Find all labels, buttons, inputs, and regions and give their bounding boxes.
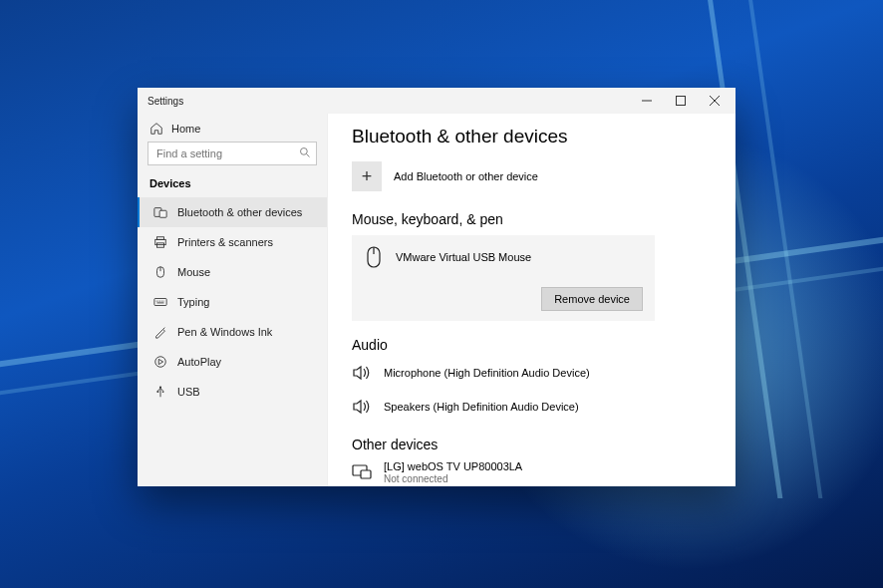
sidebar-item-typing[interactable]: Typing: [138, 287, 327, 317]
window-title: Settings: [147, 96, 630, 107]
sidebar-item-label: AutoPlay: [177, 356, 221, 368]
svg-rect-0: [677, 97, 686, 106]
svg-rect-8: [154, 299, 166, 306]
device-name: Microphone (High Definition Audio Device…: [384, 367, 590, 379]
window-close-button[interactable]: [698, 88, 732, 114]
mouse-icon: [364, 245, 384, 269]
svg-point-9: [155, 357, 166, 368]
page-title: Bluetooth & other devices: [352, 126, 708, 147]
speaker-icon: [352, 361, 372, 385]
svg-rect-11: [157, 391, 159, 393]
svg-rect-3: [159, 210, 166, 217]
window-minimize-button[interactable]: [630, 88, 664, 114]
printer-icon: [153, 235, 167, 249]
window-titlebar[interactable]: Settings: [138, 88, 736, 114]
search-container: [138, 142, 327, 173]
settings-window: Settings Home: [138, 88, 736, 486]
sidebar-item-mouse[interactable]: Mouse: [138, 257, 327, 287]
sidebar-item-printers[interactable]: Printers & scanners: [138, 227, 327, 257]
pen-icon: [153, 325, 167, 339]
mouse-icon: [153, 265, 167, 279]
svg-rect-15: [361, 470, 371, 478]
keyboard-icon: [153, 295, 167, 309]
device-status: Not connected: [384, 473, 522, 484]
navigation-sidebar: Home Devices Bluetooth & other devices: [138, 114, 328, 486]
sidebar-nav: Bluetooth & other devices Printers & sca…: [138, 197, 327, 407]
sidebar-item-pen[interactable]: Pen & Windows Ink: [138, 317, 327, 347]
device-name: VMware Virtual USB Mouse: [396, 251, 531, 263]
sidebar-item-label: Typing: [177, 296, 209, 308]
usb-icon: [153, 385, 167, 399]
desktop-wallpaper: Settings Home: [0, 0, 883, 588]
tv-icon: [352, 460, 372, 484]
window-maximize-button[interactable]: [664, 88, 698, 114]
svg-point-10: [159, 387, 161, 389]
sidebar-item-usb[interactable]: USB: [138, 377, 327, 407]
home-nav-item[interactable]: Home: [138, 114, 327, 142]
other-device-list: [LG] webOS TV UP80003LA Not connected [L…: [352, 460, 708, 486]
sidebar-section-label: Devices: [138, 173, 327, 197]
sidebar-item-autoplay[interactable]: AutoPlay: [138, 347, 327, 377]
svg-rect-5: [157, 237, 164, 240]
selected-device-card[interactable]: VMware Virtual USB Mouse Remove device: [352, 235, 655, 321]
add-device-button[interactable]: + Add Bluetooth or other device: [352, 161, 708, 191]
sidebar-item-label: Mouse: [177, 266, 210, 278]
list-item[interactable]: Microphone (High Definition Audio Device…: [352, 361, 708, 385]
group-title-mouse-keyboard-pen: Mouse, keyboard, & pen: [352, 211, 708, 227]
list-item[interactable]: [LG] webOS TV UP80003LA Not connected: [352, 460, 708, 484]
bluetooth-devices-icon: [153, 205, 167, 219]
group-title-audio: Audio: [352, 337, 708, 353]
group-title-other: Other devices: [352, 437, 708, 452]
sidebar-item-bluetooth[interactable]: Bluetooth & other devices: [138, 197, 327, 227]
audio-device-list: Microphone (High Definition Audio Device…: [352, 361, 708, 419]
sidebar-item-label: Bluetooth & other devices: [177, 206, 302, 218]
device-name: Speakers (High Definition Audio Device): [384, 401, 579, 413]
home-icon: [149, 122, 163, 136]
svg-point-1: [301, 148, 308, 155]
svg-point-12: [162, 391, 164, 393]
main-content: Bluetooth & other devices + Add Bluetoot…: [328, 114, 736, 486]
add-device-label: Add Bluetooth or other device: [394, 170, 538, 182]
remove-device-button[interactable]: Remove device: [541, 287, 643, 311]
list-item[interactable]: Speakers (High Definition Audio Device): [352, 395, 708, 419]
sidebar-item-label: USB: [177, 386, 200, 398]
autoplay-icon: [153, 355, 167, 369]
home-label: Home: [171, 123, 200, 135]
sidebar-item-label: Pen & Windows Ink: [177, 326, 272, 338]
search-icon: [299, 147, 311, 161]
device-name: [LG] webOS TV UP80003LA: [384, 460, 522, 472]
sidebar-item-label: Printers & scanners: [177, 236, 273, 248]
search-input[interactable]: [147, 142, 317, 165]
plus-icon: +: [352, 161, 382, 191]
speaker-icon: [352, 395, 372, 419]
